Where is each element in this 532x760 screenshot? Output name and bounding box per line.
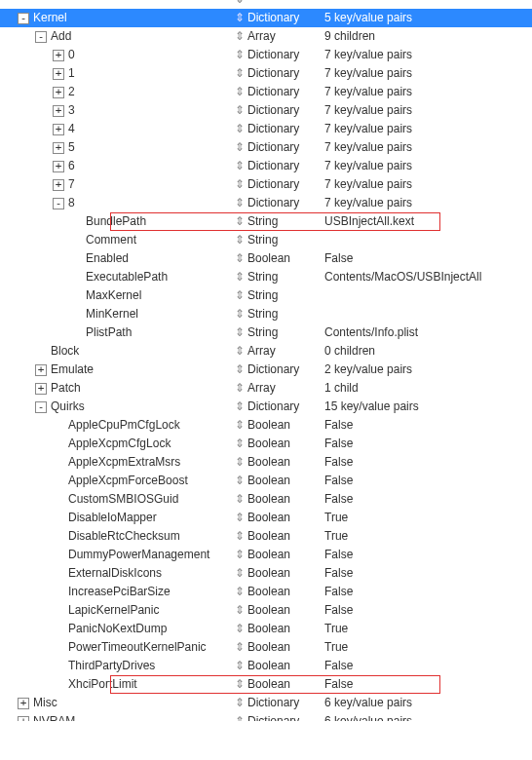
- tree-row[interactable]: +0⇕Dictionary7 key/value pairs: [0, 46, 532, 64]
- tree-row[interactable]: IncreasePciBarSize⇕BooleanFalse: [0, 583, 532, 601]
- col-value[interactable]: False: [324, 435, 532, 453]
- col-name[interactable]: -8: [0, 194, 235, 212]
- tree-row[interactable]: ExecutablePath⇕StringContents/MacOS/USBI…: [0, 268, 532, 286]
- col-type[interactable]: ⇕String: [235, 212, 324, 231]
- expand-icon[interactable]: +: [53, 179, 64, 191]
- collapse-icon[interactable]: -: [18, 13, 29, 24]
- col-name[interactable]: DisableIoMapper: [0, 509, 235, 527]
- tree-row[interactable]: +Patch⇕Array1 child: [0, 379, 532, 398]
- col-name[interactable]: MaxKernel: [0, 286, 235, 305]
- col-value[interactable]: 7 key/value pairs: [324, 120, 532, 138]
- col-value[interactable]: False: [324, 675, 532, 694]
- expand-icon[interactable]: +: [35, 364, 47, 376]
- col-type[interactable]: ⇕Dictionary: [235, 398, 324, 416]
- col-value[interactable]: 7 key/value pairs: [324, 83, 532, 101]
- col-name[interactable]: +0: [0, 46, 235, 64]
- col-name[interactable]: +6: [0, 157, 235, 175]
- col-value[interactable]: False: [324, 657, 532, 675]
- collapse-icon[interactable]: -: [35, 401, 47, 413]
- tree-row[interactable]: ⇕: [0, 0, 532, 9]
- col-type[interactable]: ⇕Boolean: [235, 564, 324, 583]
- tree-row[interactable]: XhciPortLimit⇕BooleanFalse: [0, 675, 532, 694]
- col-name[interactable]: ExternalDiskIcons: [0, 564, 235, 583]
- col-value[interactable]: 1 child: [324, 379, 532, 398]
- tree-row[interactable]: +3⇕Dictionary7 key/value pairs: [0, 101, 532, 120]
- expand-icon[interactable]: +: [53, 68, 64, 80]
- col-name[interactable]: -Quirks: [0, 398, 235, 416]
- col-value[interactable]: 7 key/value pairs: [324, 194, 532, 212]
- tree-row[interactable]: +1⇕Dictionary7 key/value pairs: [0, 64, 532, 83]
- col-name[interactable]: +Misc: [0, 694, 235, 712]
- col-type[interactable]: ⇕Boolean: [235, 657, 324, 675]
- col-name[interactable]: +Patch: [0, 379, 235, 398]
- tree-row[interactable]: +6⇕Dictionary7 key/value pairs: [0, 157, 532, 175]
- col-name[interactable]: AppleXcpmExtraMsrs: [0, 453, 235, 472]
- col-name[interactable]: +4: [0, 120, 235, 138]
- col-name[interactable]: [0, 0, 235, 9]
- tree-row[interactable]: Enabled⇕BooleanFalse: [0, 249, 532, 268]
- tree-row[interactable]: -Kernel⇕Dictionary5 key/value pairs: [0, 9, 532, 27]
- plist-tree[interactable]: ⇕-Kernel⇕Dictionary5 key/value pairs-Add…: [0, 0, 532, 721]
- col-value[interactable]: 7 key/value pairs: [324, 157, 532, 175]
- col-type[interactable]: ⇕Boolean: [235, 546, 324, 564]
- tree-row[interactable]: +7⇕Dictionary7 key/value pairs: [0, 175, 532, 194]
- col-value[interactable]: 7 key/value pairs: [324, 101, 532, 120]
- tree-row[interactable]: +Emulate⇕Dictionary2 key/value pairs: [0, 361, 532, 379]
- col-type[interactable]: ⇕Boolean: [235, 527, 324, 546]
- col-type[interactable]: ⇕Boolean: [235, 435, 324, 453]
- col-type[interactable]: ⇕Dictionary: [235, 101, 324, 120]
- col-value[interactable]: 7 key/value pairs: [324, 64, 532, 83]
- col-value[interactable]: False: [324, 583, 532, 601]
- col-type[interactable]: ⇕Boolean: [235, 453, 324, 472]
- expand-icon[interactable]: +: [53, 87, 64, 98]
- expand-icon[interactable]: +: [53, 124, 64, 135]
- expand-icon[interactable]: +: [18, 698, 29, 709]
- tree-row[interactable]: AppleXcpmForceBoost⇕BooleanFalse: [0, 472, 532, 490]
- tree-row[interactable]: +4⇕Dictionary7 key/value pairs: [0, 120, 532, 138]
- col-type[interactable]: ⇕Boolean: [235, 675, 324, 694]
- expand-icon[interactable]: +: [53, 161, 64, 172]
- col-name[interactable]: -Kernel: [0, 9, 235, 27]
- col-value[interactable]: True: [324, 638, 532, 657]
- tree-row[interactable]: PanicNoKextDump⇕BooleanTrue: [0, 620, 532, 638]
- col-name[interactable]: +5: [0, 138, 235, 157]
- tree-row[interactable]: PlistPath⇕StringContents/Info.plist: [0, 323, 532, 342]
- col-name[interactable]: +3: [0, 101, 235, 120]
- col-name[interactable]: PanicNoKextDump: [0, 620, 235, 638]
- col-value[interactable]: 5 key/value pairs: [324, 9, 532, 27]
- col-type[interactable]: ⇕String: [235, 231, 324, 249]
- tree-row[interactable]: CustomSMBIOSGuid⇕BooleanFalse: [0, 490, 532, 509]
- col-type[interactable]: ⇕Array: [235, 379, 324, 398]
- col-name[interactable]: Block: [0, 342, 235, 361]
- collapse-icon[interactable]: -: [35, 31, 47, 43]
- col-name[interactable]: +1: [0, 64, 235, 83]
- col-type[interactable]: ⇕Array: [235, 342, 324, 361]
- col-name[interactable]: PowerTimeoutKernelPanic: [0, 638, 235, 657]
- col-name[interactable]: +2: [0, 83, 235, 101]
- col-type[interactable]: ⇕Dictionary: [235, 120, 324, 138]
- col-name[interactable]: Comment: [0, 231, 235, 249]
- col-type[interactable]: ⇕String: [235, 268, 324, 286]
- expand-icon[interactable]: +: [53, 105, 64, 117]
- col-value[interactable]: False: [324, 564, 532, 583]
- tree-row[interactable]: +NVRAM⇕Dictionary6 key/value pairs: [0, 712, 532, 721]
- expand-icon[interactable]: +: [53, 50, 64, 61]
- col-type[interactable]: ⇕String: [235, 305, 324, 323]
- col-value[interactable]: False: [324, 472, 532, 490]
- tree-row[interactable]: Block⇕Array0 children: [0, 342, 532, 361]
- col-value[interactable]: 7 key/value pairs: [324, 138, 532, 157]
- col-type[interactable]: ⇕Boolean: [235, 249, 324, 268]
- col-type[interactable]: ⇕Dictionary: [235, 64, 324, 83]
- col-name[interactable]: BundlePath: [0, 212, 235, 231]
- col-name[interactable]: ThirdPartyDrives: [0, 657, 235, 675]
- col-type[interactable]: ⇕Boolean: [235, 601, 324, 620]
- col-type[interactable]: ⇕Boolean: [235, 638, 324, 657]
- col-name[interactable]: +7: [0, 175, 235, 194]
- col-value[interactable]: True: [324, 509, 532, 527]
- tree-row[interactable]: DisableIoMapper⇕BooleanTrue: [0, 509, 532, 527]
- tree-row[interactable]: Comment⇕String: [0, 231, 532, 249]
- col-type[interactable]: ⇕Dictionary: [235, 361, 324, 379]
- col-type[interactable]: ⇕String: [235, 323, 324, 342]
- tree-row[interactable]: PowerTimeoutKernelPanic⇕BooleanTrue: [0, 638, 532, 657]
- col-name[interactable]: -Add: [0, 27, 235, 46]
